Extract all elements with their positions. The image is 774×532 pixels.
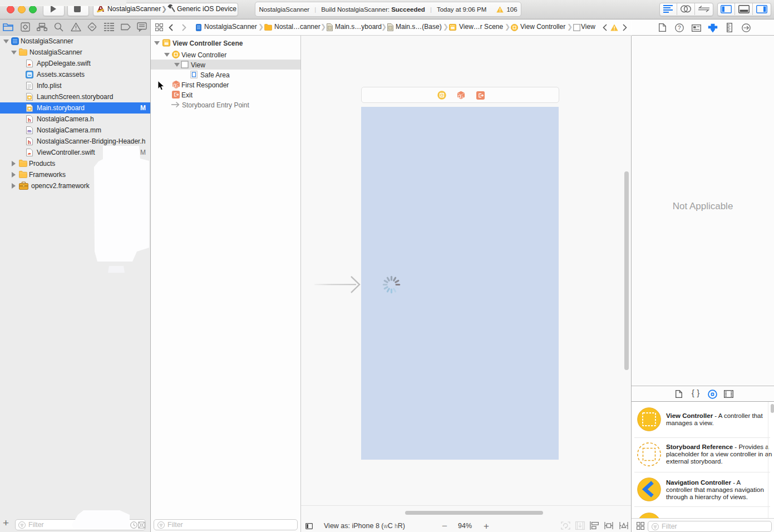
svg-text:1: 1 — [177, 85, 179, 88]
svg-text:h: h — [28, 140, 31, 145]
svg-text:?: ? — [678, 25, 681, 31]
svg-text:h: h — [28, 117, 31, 123]
svg-text:m: m — [27, 129, 31, 134]
svg-text:1: 1 — [462, 95, 464, 98]
